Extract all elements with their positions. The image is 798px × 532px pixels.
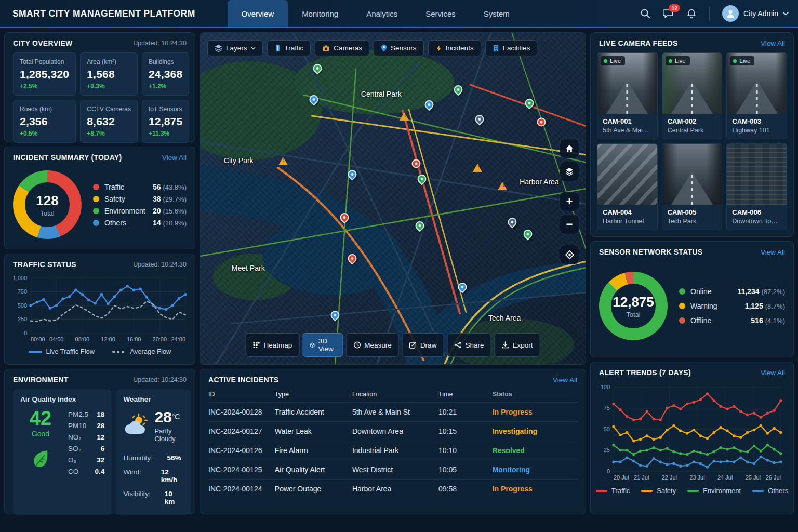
live-badge: Live	[730, 56, 754, 65]
locate-button[interactable]	[560, 245, 579, 264]
incident-row[interactable]: INC-2024-00128 Traffic Accident 5th Ave …	[208, 402, 577, 421]
svg-text:08:00: 08:00	[75, 336, 90, 342]
map-pin-camera[interactable]	[311, 62, 324, 74]
draw-button[interactable]: Draw	[402, 333, 444, 357]
camera-location: Highway 101	[732, 127, 781, 134]
kv-value: 12 km/h	[161, 468, 183, 484]
zoom-out-button[interactable]: −	[560, 215, 579, 234]
map-home-button[interactable]	[560, 139, 579, 158]
map-pin-warning[interactable]	[473, 164, 482, 172]
kv-value: 12	[97, 433, 104, 441]
measure-button[interactable]: Measure	[346, 333, 399, 357]
camera-card[interactable]: Live CAM-003 Highway 101	[726, 52, 787, 139]
stat-value: 24,368	[149, 68, 182, 81]
camera-feeds-view-all[interactable]: View All	[761, 39, 785, 47]
camera-card[interactable]: Live CAM-004 Harbor Tunnel	[597, 143, 658, 230]
alert-legend-traffic: Traffic	[596, 487, 630, 495]
sensor-network-view-all[interactable]: View All	[761, 248, 785, 256]
map-pin-incident[interactable]	[346, 252, 358, 265]
svg-text:23 Jul: 23 Jul	[689, 474, 704, 481]
map-pin-warning[interactable]	[400, 112, 409, 121]
layers-stack-icon	[565, 167, 574, 176]
incident-summary-view-all[interactable]: View All	[162, 154, 187, 162]
map-layers-button[interactable]	[560, 162, 579, 181]
dashboard: CITY OVERVIEW Updated: 10:24:30 Total Po…	[0, 28, 798, 518]
map-pin-camera[interactable]	[452, 83, 464, 96]
active-incidents-view-all[interactable]: View All	[553, 376, 577, 384]
incidents-toggle-button[interactable]: Incidents	[428, 40, 481, 56]
map-pin-camera[interactable]	[522, 228, 534, 240]
export-button[interactable]: Export	[494, 333, 540, 357]
traffic-toggle-button[interactable]: Traffic	[267, 40, 311, 56]
legend-value: 56	[153, 183, 161, 191]
incident-row[interactable]: INC-2024-00126 Fire Alarm Industrial Par…	[208, 441, 577, 460]
stat-label: Buildings	[149, 58, 182, 65]
facilities-toggle-button[interactable]: Facilities	[485, 40, 538, 56]
incident-row[interactable]: INC-2024-00125 Air Quality Alert West Di…	[208, 460, 577, 479]
incident-location: Harbor Area	[352, 485, 438, 493]
map-pin-facility[interactable]	[473, 113, 486, 126]
incident-donut-chart: 128 Total	[13, 170, 82, 239]
legend-pct: (87.2%)	[761, 288, 785, 296]
incident-row[interactable]: INC-2024-00124 Power Outage Harbor Area …	[208, 479, 577, 498]
legend-value: 11,234	[737, 287, 759, 296]
incident-location: 5th Ave & Main St	[352, 408, 438, 416]
kv-value: 28	[97, 422, 104, 430]
nav-tab-analytics[interactable]: Analytics	[352, 0, 411, 27]
layers-button[interactable]: Layers	[207, 40, 263, 56]
camera-location: Downtown Tower	[732, 218, 781, 225]
city-overview-updated: Updated: 10:24:30	[133, 39, 187, 47]
key-value-row: NO₂ 12	[68, 431, 104, 443]
map-pin-sensor[interactable]	[456, 281, 469, 293]
zoom-in-button[interactable]: +	[560, 192, 579, 211]
view-3d-button[interactable]: 3D View	[302, 333, 343, 357]
user-menu[interactable]: City Admin	[722, 5, 789, 22]
bell-icon[interactable]	[686, 8, 697, 19]
camera-card[interactable]: Live CAM-005 Tech Park	[662, 143, 723, 230]
nav-tab-services[interactable]: Services	[411, 0, 470, 27]
map-pin-camera[interactable]	[416, 173, 428, 185]
alert-trends-view-all[interactable]: View All	[761, 369, 785, 377]
city-map[interactable]: Central ParkCity ParkHarbor AreaMeet Par…	[200, 32, 586, 365]
map-pin-camera[interactable]	[523, 97, 536, 109]
map-pin-incident[interactable]	[338, 211, 351, 223]
incident-type: Fire Alarm	[275, 446, 352, 455]
camera-card[interactable]: Live CAM-006 Downtown Tower	[726, 143, 787, 230]
nav-tab-monitoring[interactable]: Monitoring	[288, 0, 352, 27]
legend-row: Safety 38(29.7%)	[93, 194, 187, 204]
map-pin-sensor[interactable]	[423, 98, 435, 111]
camera-card[interactable]: Live CAM-002 Central Park	[662, 52, 723, 139]
map-pin-camera[interactable]	[414, 219, 426, 232]
nav-tabs: OverviewMonitoringAnalyticsServicesSyste…	[228, 0, 524, 27]
key-value-row: PM10 28	[68, 420, 104, 431]
sensors-toggle-button[interactable]: Sensors	[374, 40, 424, 56]
cube-3d-icon	[310, 341, 314, 349]
heatmap-button[interactable]: Heatmap	[246, 333, 300, 357]
incident-row[interactable]: INC-2024-00127 Water Leak Downtown Area …	[208, 421, 577, 441]
incident-status: Status	[493, 391, 577, 398]
nav-tab-overview[interactable]: Overview	[228, 0, 288, 27]
chevron-down-icon	[251, 47, 256, 50]
aqi-heading: Air Quality Index	[20, 395, 104, 403]
avatar	[722, 5, 739, 22]
map-pin-warning[interactable]	[498, 182, 507, 190]
share-button[interactable]: Share	[447, 333, 491, 357]
map-pin-sensor[interactable]	[308, 94, 320, 106]
incident-id: INC-2024-00125	[208, 466, 275, 474]
cameras-toggle-button[interactable]: Cameras	[315, 40, 369, 56]
messages-icon[interactable]: 12	[663, 8, 674, 19]
search-icon[interactable]	[640, 8, 650, 19]
kv-label: Visibility:	[123, 490, 164, 506]
incident-id: ID	[208, 391, 275, 398]
legend-color-dot	[679, 288, 685, 295]
map-pin-sensor[interactable]	[329, 309, 341, 321]
map-pin-facility[interactable]	[506, 216, 518, 229]
stat-label: Roads (km)	[20, 105, 69, 113]
map-pin-alert[interactable]	[411, 159, 420, 168]
nav-tab-system[interactable]: System	[470, 0, 524, 27]
legend-color-dot	[679, 317, 685, 324]
map-pin-warning[interactable]	[278, 157, 288, 165]
camera-card[interactable]: Live CAM-001 5th Ave & Main St	[597, 52, 658, 139]
map-pin-sensor[interactable]	[346, 168, 358, 180]
map-pin-alert[interactable]	[537, 118, 546, 127]
